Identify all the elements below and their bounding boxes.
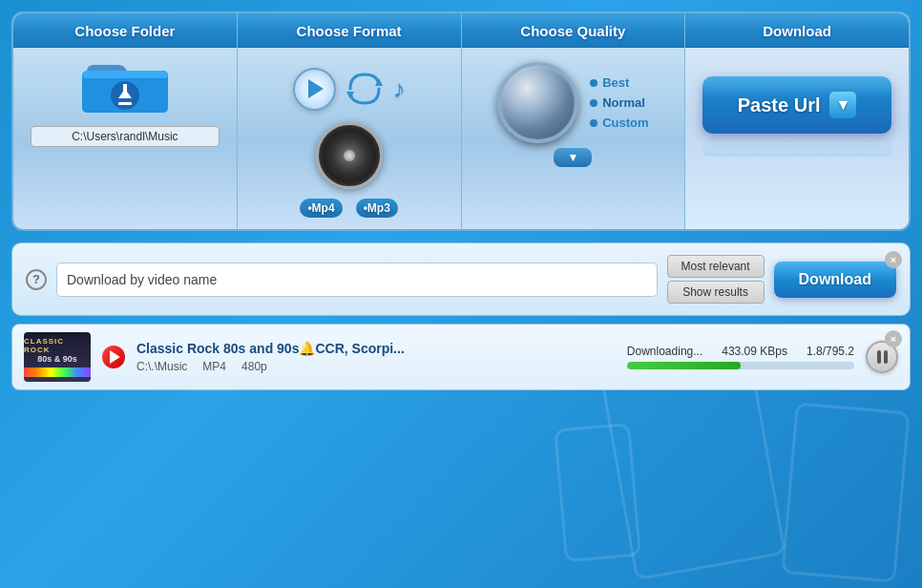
- download-section: Download Paste Url ▼: [685, 13, 909, 229]
- paste-url-arrow-icon: ▼: [829, 92, 856, 118]
- pause-icon: [877, 350, 888, 364]
- download-speed: 433.09 KBps: [722, 345, 787, 358]
- choose-format-header: Choose Format: [238, 13, 461, 48]
- custom-dot: [590, 119, 597, 127]
- custom-quality-button[interactable]: ▼: [554, 148, 592, 167]
- quality-knob-wrap: Best Normal Custom: [497, 62, 648, 143]
- play-button-format[interactable]: [293, 68, 336, 111]
- search-area: ? Most relevant Show results Download ×: [11, 242, 911, 316]
- close-item-icon[interactable]: ×: [885, 330, 902, 347]
- quality-knob[interactable]: [497, 62, 578, 143]
- top-toolbar: Choose Folder C:\Users\randl\Music Choos…: [11, 11, 911, 231]
- thumbnail: CLASSIC ROCK 80s & 90s: [24, 332, 91, 382]
- progress-stats: Downloading... 433.09 KBps 1.8/795.2: [627, 345, 854, 358]
- search-input[interactable]: [56, 262, 658, 297]
- download-status: Downloading...: [627, 345, 702, 358]
- item-progress: Downloading... 433.09 KBps 1.8/795.2: [627, 345, 854, 369]
- format-arrows-icon: [341, 65, 388, 113]
- show-results-button[interactable]: Show results: [667, 281, 765, 304]
- choose-quality-section: Choose Quality Best Normal Custom ▼: [462, 13, 686, 229]
- search-buttons-group: Most relevant Show results: [667, 255, 765, 304]
- best-dot: [590, 79, 597, 87]
- quality-best: Best: [590, 75, 648, 90]
- normal-dot: [590, 99, 597, 107]
- quality-custom: Custom: [590, 116, 648, 130]
- folder-path: C:\Users\randl\Music: [31, 126, 220, 147]
- mp3-badge[interactable]: •Mp3: [356, 199, 398, 218]
- item-path: C:\.\Music: [136, 360, 187, 373]
- download-button[interactable]: Download: [774, 262, 896, 298]
- choose-format-section: Choose Format ♪ •Mp4 •Mp3: [238, 13, 462, 229]
- most-relevant-button[interactable]: Most relevant: [667, 255, 765, 278]
- svg-rect-3: [118, 102, 132, 105]
- folder-icon[interactable]: [82, 48, 168, 115]
- item-info: Classic Rock 80s and 90s🔔CCR, Scorpi... …: [136, 341, 616, 373]
- thumb-label-classic-rock: CLASSIC ROCK: [24, 337, 91, 354]
- close-search-icon[interactable]: ×: [885, 251, 902, 268]
- item-meta: C:\.\Music MP4 480p: [136, 360, 616, 373]
- item-quality: 480p: [241, 360, 267, 373]
- thumb-background: CLASSIC ROCK 80s & 90s: [24, 332, 91, 382]
- youtube-icon: [102, 346, 125, 368]
- download-header: Download: [685, 13, 909, 48]
- download-progress-text: 1.8/795.2: [807, 345, 854, 358]
- thumb-label-years: 80s & 90s: [37, 354, 77, 365]
- download-item-row: CLASSIC ROCK 80s & 90s Classic Rock 80s …: [11, 324, 911, 390]
- youtube-play-triangle: [110, 350, 120, 364]
- choose-quality-header: Choose Quality: [462, 13, 685, 48]
- paste-url-reflection: [702, 139, 892, 157]
- quality-normal: Normal: [590, 95, 648, 110]
- quality-labels: Best Normal Custom: [590, 75, 648, 130]
- bg-decoration-3: [554, 423, 641, 562]
- choose-folder-section: Choose Folder C:\Users\randl\Music: [13, 13, 238, 229]
- choose-folder-header: Choose Folder: [13, 13, 237, 48]
- mp4-badge[interactable]: •Mp4: [300, 199, 342, 218]
- svg-rect-2: [123, 84, 127, 95]
- item-format: MP4: [202, 360, 226, 373]
- format-icons-row: ♪: [238, 65, 461, 113]
- disc-icon: [316, 122, 383, 189]
- progress-bar-container: [627, 362, 854, 369]
- bg-decoration-2: [781, 402, 910, 583]
- item-title: Classic Rock 80s and 90s🔔CCR, Scorpi...: [136, 341, 616, 356]
- music-note-icon: ♪: [393, 74, 406, 104]
- pause-bar-right: [884, 350, 888, 364]
- progress-bar-fill: [627, 362, 741, 369]
- play-triangle-icon: [308, 79, 324, 98]
- help-icon[interactable]: ?: [26, 269, 47, 290]
- pause-bar-left: [877, 350, 881, 364]
- paste-url-button[interactable]: Paste Url ▼: [702, 76, 892, 134]
- paste-url-label: Paste Url: [738, 94, 821, 116]
- thumb-color-bar: [24, 368, 91, 377]
